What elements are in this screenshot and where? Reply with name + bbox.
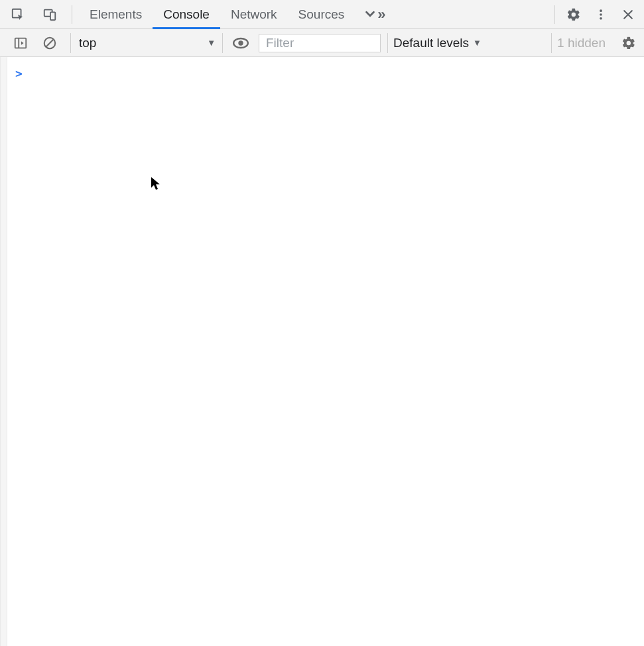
svg-rect-2 [50, 12, 55, 20]
execution-context-selector[interactable]: top ▼ [70, 33, 223, 53]
console-prompt-icon: > [15, 66, 23, 80]
svg-point-4 [600, 13, 602, 16]
more-tabs-button[interactable]: » [355, 0, 393, 29]
device-toggle-icon[interactable] [38, 3, 61, 26]
svg-line-9 [46, 39, 54, 47]
inspect-element-icon[interactable] [7, 3, 29, 26]
levels-label: Default levels [393, 36, 469, 50]
dropdown-triangle-icon: ▼ [207, 38, 216, 48]
tabbar-right-tools [562, 0, 640, 29]
log-levels-selector[interactable]: Default levels ▼ [387, 33, 487, 53]
chevrons-right-icon: » [377, 6, 385, 23]
svg-point-5 [600, 17, 602, 20]
hidden-messages-count[interactable]: 1 hidden [551, 33, 611, 53]
clear-console-icon[interactable] [38, 32, 61, 54]
svg-point-11 [238, 40, 243, 45]
close-icon[interactable] [616, 3, 640, 26]
devtools-tabbar: Elements Console Network Sources » [0, 0, 644, 29]
filter-input[interactable] [259, 34, 381, 52]
settings-icon[interactable] [562, 3, 586, 26]
console-toolbar: top ▼ Default levels ▼ 1 hidden [0, 29, 644, 57]
console-settings-icon[interactable] [617, 32, 640, 54]
tab-elements[interactable]: Elements [79, 0, 153, 29]
kebab-menu-icon[interactable] [590, 3, 612, 26]
tab-list: Elements Console Network Sources » [79, 0, 394, 29]
divider [72, 5, 72, 24]
console-output-area[interactable]: > [0, 57, 644, 646]
console-sidebar-toggle-icon[interactable] [9, 32, 32, 54]
divider [554, 5, 555, 24]
svg-rect-6 [15, 38, 27, 48]
tab-network[interactable]: Network [220, 0, 288, 29]
svg-point-3 [600, 9, 602, 12]
live-expression-icon[interactable] [229, 32, 252, 54]
tab-console[interactable]: Console [153, 0, 220, 29]
tabbar-left-tools [7, 0, 65, 29]
console-gutter [1, 57, 7, 646]
mouse-cursor-icon [151, 176, 161, 191]
context-label: top [79, 36, 96, 50]
dropdown-triangle-icon: ▼ [473, 38, 482, 48]
tab-sources[interactable]: Sources [288, 0, 355, 29]
